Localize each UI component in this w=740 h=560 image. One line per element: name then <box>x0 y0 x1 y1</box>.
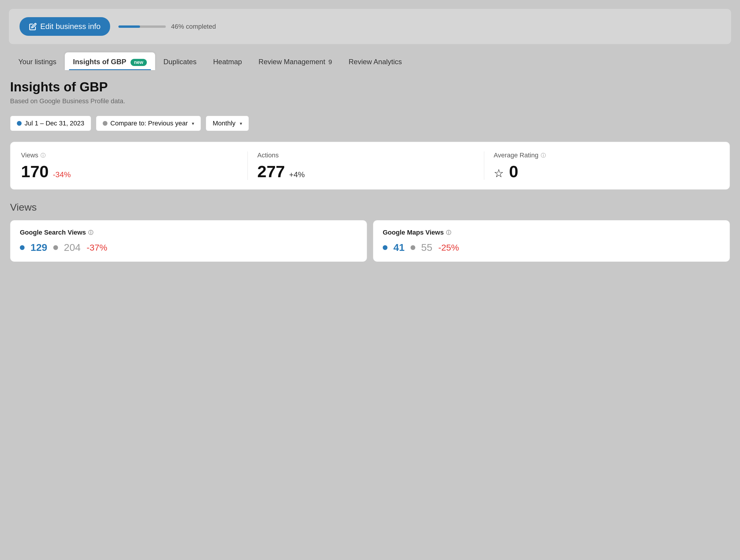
tab-insights-gbp[interactable]: Insights of GBP new <box>65 52 155 70</box>
tab-review-analytics[interactable]: Review Analytics <box>341 52 410 70</box>
tab-heatmap[interactable]: Heatmap <box>205 52 250 70</box>
stat-rating-label: Average Rating ⓘ <box>494 151 711 159</box>
google-maps-change: -25% <box>438 243 459 253</box>
google-maps-values: 41 55 -25% <box>383 242 720 253</box>
stat-views-value: 170 <box>21 163 49 180</box>
stat-divider-1 <box>248 151 248 180</box>
google-search-values: 129 204 -37% <box>20 242 357 253</box>
tab-your-listings[interactable]: Your listings <box>10 52 65 70</box>
frequency-chevron-icon: ▾ <box>240 121 242 126</box>
frequency-filter[interactable]: Monthly ▾ <box>206 116 249 131</box>
views-section-title: Views <box>10 202 730 213</box>
tab-review-management[interactable]: Review Management 9 <box>250 52 340 70</box>
stat-views-values: 170 -34% <box>21 163 238 180</box>
google-maps-previous: 55 <box>421 242 433 253</box>
rating-info-icon[interactable]: ⓘ <box>541 152 546 159</box>
stat-actions-change: +4% <box>289 170 305 179</box>
progress-track <box>118 25 166 28</box>
filter-bar: Jul 1 – Dec 31, 2023 Compare to: Previou… <box>10 116 730 131</box>
compare-label: Compare to: Previous year <box>110 119 188 127</box>
google-search-previous: 204 <box>64 242 81 253</box>
google-maps-current: 41 <box>393 242 405 253</box>
views-grid: Google Search Views ⓘ 129 204 -37% Googl… <box>10 220 730 262</box>
edit-button-label: Edit business info <box>40 22 101 31</box>
main-content: Insights of GBP Based on Google Business… <box>9 80 731 262</box>
stat-actions-value: 277 <box>257 163 285 180</box>
stat-average-rating: Average Rating ⓘ ☆ 0 <box>485 151 719 180</box>
stat-views-label: Views ⓘ <box>21 151 238 159</box>
tab-duplicates-label: Duplicates <box>163 58 197 66</box>
star-icon: ☆ <box>494 167 504 180</box>
stat-actions: Actions 277 +4% <box>249 151 482 180</box>
google-maps-info-icon[interactable]: ⓘ <box>446 229 451 236</box>
stat-actions-values: 277 +4% <box>257 163 474 180</box>
progress-label: 46% completed <box>171 23 216 30</box>
progress-bar-container: 46% completed <box>118 23 721 30</box>
stat-divider-2 <box>484 151 484 180</box>
date-dot-blue <box>17 121 22 126</box>
tab-review-management-label: Review Management <box>258 58 325 66</box>
google-search-info-icon[interactable]: ⓘ <box>88 229 93 236</box>
search-dot-blue <box>20 245 24 250</box>
search-dot-gray <box>53 245 58 250</box>
stat-rating-value: 0 <box>509 163 518 180</box>
tab-duplicates[interactable]: Duplicates <box>155 52 205 70</box>
google-search-views-card: Google Search Views ⓘ 129 204 -37% <box>10 220 367 262</box>
date-range-filter[interactable]: Jul 1 – Dec 31, 2023 <box>10 116 91 131</box>
edit-business-info-button[interactable]: Edit business info <box>19 17 110 36</box>
tab-insights-gbp-label: Insights of GBP <box>73 58 126 66</box>
views-info-icon[interactable]: ⓘ <box>40 152 45 159</box>
stat-rating-values: ☆ 0 <box>494 163 711 180</box>
new-badge: new <box>130 59 147 66</box>
google-search-views-title: Google Search Views ⓘ <box>20 229 357 236</box>
maps-dot-gray <box>410 245 415 250</box>
progress-fill <box>118 25 140 28</box>
review-management-badge: 9 <box>328 58 332 66</box>
top-bar: Edit business info 46% completed <box>9 9 731 44</box>
stat-views: Views ⓘ 170 -34% <box>21 151 246 180</box>
google-maps-views-card: Google Maps Views ⓘ 41 55 -25% <box>373 220 730 262</box>
compare-chevron-icon: ▾ <box>192 121 194 126</box>
frequency-label: Monthly <box>212 119 235 127</box>
tab-heatmap-label: Heatmap <box>213 58 242 66</box>
page-title: Insights of GBP <box>10 80 730 94</box>
tab-review-analytics-label: Review Analytics <box>349 58 402 66</box>
google-search-change: -37% <box>86 243 107 253</box>
edit-icon <box>29 23 37 30</box>
compare-filter[interactable]: Compare to: Previous year ▾ <box>96 116 201 131</box>
tab-your-listings-label: Your listings <box>18 58 57 66</box>
stat-views-change: -34% <box>53 170 71 179</box>
stat-actions-label: Actions <box>257 151 474 159</box>
google-maps-views-title: Google Maps Views ⓘ <box>383 229 720 236</box>
maps-dot-blue <box>383 245 387 250</box>
compare-dot-gray <box>103 121 107 126</box>
stats-card: Views ⓘ 170 -34% Actions 277 +4% Average… <box>10 142 730 190</box>
page-subtitle: Based on Google Business Profile data. <box>10 97 730 105</box>
date-range-label: Jul 1 – Dec 31, 2023 <box>24 119 84 127</box>
nav-tabs: Your listings Insights of GBP new Duplic… <box>9 52 731 70</box>
google-search-current: 129 <box>30 242 48 253</box>
